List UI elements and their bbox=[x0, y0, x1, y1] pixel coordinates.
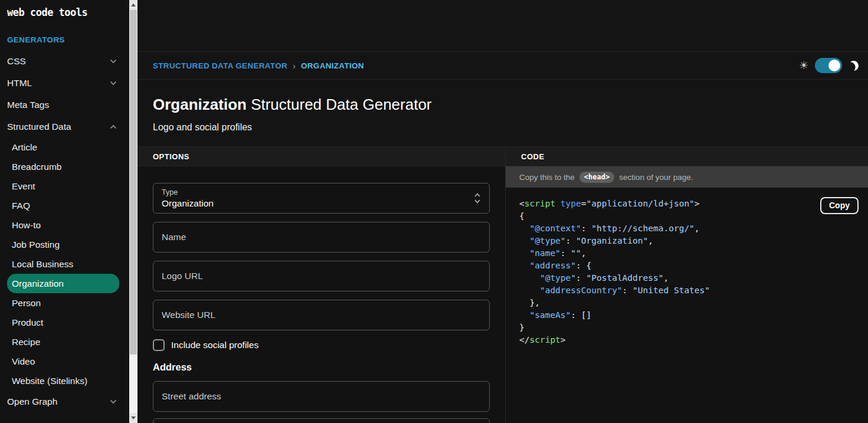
page-title-rest: Structured Data Generator bbox=[247, 96, 432, 113]
code-line: { bbox=[519, 210, 868, 222]
sidebar-item-label: Local Business bbox=[12, 259, 73, 270]
logo-url-field[interactable] bbox=[153, 261, 490, 291]
name-field[interactable] bbox=[153, 222, 490, 253]
chevron-down-icon bbox=[109, 398, 117, 406]
sidebar-item-event[interactable]: Event bbox=[0, 176, 129, 196]
sidebar-item-label: Meta Tags bbox=[7, 100, 49, 110]
sidebar-item-meta-tags[interactable]: Meta Tags bbox=[0, 94, 129, 116]
sidebar-nav: CSSHTMLMeta TagsStructured DataArticleBr… bbox=[0, 50, 129, 412]
theme-toggle-switch[interactable] bbox=[815, 58, 842, 73]
code-panel-header: CODE bbox=[506, 146, 868, 166]
copy-note-suffix: section of your page. bbox=[619, 173, 693, 182]
include-social-profiles-checkbox[interactable] bbox=[153, 339, 165, 351]
page-title-bold: Organization bbox=[153, 96, 247, 113]
copy-note-prefix: Copy this to the bbox=[519, 173, 575, 182]
app-logo[interactable]: web code tools bbox=[0, 0, 129, 18]
chevron-down-icon bbox=[109, 79, 117, 87]
sidebar-item-label: FAQ bbox=[12, 201, 30, 211]
sidebar-item-label: Website (Sitelinks) bbox=[12, 376, 87, 386]
sidebar-item-css[interactable]: CSS bbox=[0, 50, 129, 72]
sidebar-item-how-to[interactable]: How-to bbox=[0, 215, 129, 235]
page-title: Organization Structured Data Generator bbox=[153, 96, 868, 114]
website-url-field[interactable] bbox=[153, 300, 490, 330]
code-line: "addressCountry": "United States" bbox=[519, 284, 868, 297]
code-line: "@type": "Organization", bbox=[519, 235, 868, 247]
address-heading: Address bbox=[153, 362, 490, 373]
scrollbar-thumb[interactable] bbox=[130, 10, 137, 355]
breadcrumb-separator-icon: › bbox=[293, 61, 296, 71]
title-section: Organization Structured Data Generator L… bbox=[137, 80, 868, 146]
sidebar-item-website-sitelinks[interactable]: Website (Sitelinks) bbox=[0, 371, 129, 391]
options-panel-header: OPTIONS bbox=[137, 146, 505, 166]
sidebar-item-person[interactable]: Person bbox=[0, 293, 129, 313]
sidebar-item-label: CSS bbox=[7, 56, 26, 67]
sidebar-item-html[interactable]: HTML bbox=[0, 72, 129, 94]
sidebar-item-job-posting[interactable]: Job Posting bbox=[0, 235, 129, 254]
code-line: } bbox=[519, 322, 868, 334]
sidebar-item-local-business[interactable]: Local Business bbox=[0, 254, 129, 274]
sidebar-item-label: Organization bbox=[12, 278, 64, 289]
code-line: "sameAs": [] bbox=[519, 309, 868, 322]
sidebar-item-label: Video bbox=[12, 356, 35, 367]
code-line: "address": { bbox=[519, 260, 868, 272]
type-select-value: Organization bbox=[162, 198, 466, 209]
sidebar-item-label: Breadcrumb bbox=[12, 162, 61, 172]
copy-note: Copy this to the <head> section of your … bbox=[506, 166, 868, 188]
moon-icon bbox=[848, 60, 859, 71]
sidebar-item-label: Structured Data bbox=[7, 122, 71, 132]
sidebar-item-label: Event bbox=[12, 181, 35, 192]
select-updown-icon bbox=[473, 192, 482, 205]
breadcrumb-organization: ORGANIZATION bbox=[301, 61, 364, 70]
triangle-down-icon bbox=[131, 417, 136, 419]
sidebar-item-breadcrumb[interactable]: Breadcrumb bbox=[0, 157, 129, 176]
type-select-label: Type bbox=[162, 188, 466, 196]
code-block: <script type="application/ld+json">{ "@c… bbox=[506, 188, 868, 346]
next-address-field-partial[interactable] bbox=[153, 418, 490, 423]
code-body: Copy this to the <head> section of your … bbox=[506, 166, 868, 423]
main-content: STRUCTURED DATA GENERATOR › ORGANIZATION… bbox=[137, 0, 868, 423]
checkbox-label: Include social profiles bbox=[171, 340, 258, 350]
breadcrumb: STRUCTURED DATA GENERATOR › ORGANIZATION… bbox=[137, 51, 868, 80]
sidebar-section-generators: GENERATORS bbox=[0, 35, 129, 44]
sidebar-item-label: Person bbox=[12, 298, 41, 309]
sidebar-item-label: Job Posting bbox=[12, 240, 60, 250]
panels: OPTIONS Type Organization Include social… bbox=[137, 146, 868, 423]
breadcrumb-structured-data-generator[interactable]: STRUCTURED DATA GENERATOR bbox=[153, 61, 287, 70]
sidebar-item-article[interactable]: Article bbox=[0, 137, 129, 157]
app-window: web code tools GENERATORS CSSHTMLMeta Ta… bbox=[0, 0, 868, 423]
code-line: "name": "", bbox=[519, 247, 868, 260]
chevron-down-icon bbox=[109, 57, 117, 65]
sidebar-item-organization[interactable]: Organization bbox=[7, 274, 119, 293]
street-address-field[interactable] bbox=[153, 381, 490, 412]
type-select[interactable]: Type Organization bbox=[153, 183, 490, 214]
code-line: "@type": "PostalAddress", bbox=[519, 272, 868, 284]
head-tag-badge: <head> bbox=[579, 172, 614, 183]
sidebar-item-faq[interactable]: FAQ bbox=[0, 196, 129, 215]
code-panel: CODE Copy this to the <head> section of … bbox=[506, 146, 868, 423]
sidebar-item-label: Recipe bbox=[12, 337, 40, 347]
scrollbar-up-arrow[interactable] bbox=[129, 0, 137, 10]
code-line: </script> bbox=[519, 334, 868, 346]
sidebar-item-label: Article bbox=[12, 142, 37, 153]
sidebar-item-product[interactable]: Product bbox=[0, 313, 129, 332]
sidebar-item-structured-data[interactable]: Structured Data bbox=[0, 116, 129, 137]
sidebar-item-video[interactable]: Video bbox=[0, 352, 129, 371]
sun-icon: ☀ bbox=[799, 60, 808, 71]
triangle-up-icon bbox=[131, 4, 136, 6]
copy-button[interactable]: Copy bbox=[820, 197, 859, 214]
sidebar: web code tools GENERATORS CSSHTMLMeta Ta… bbox=[0, 0, 129, 423]
options-form: Type Organization Include social profile… bbox=[137, 166, 505, 423]
scrollbar-down-arrow[interactable] bbox=[129, 413, 137, 423]
sidebar-item-label: Open Graph bbox=[7, 396, 57, 407]
options-fields bbox=[153, 222, 490, 330]
code-line: "@context": "http://schema.org/", bbox=[519, 222, 868, 235]
social-profiles-row: Include social profiles bbox=[153, 339, 490, 351]
code-line: }, bbox=[519, 297, 868, 309]
theme-toggle-group: ☀ bbox=[799, 58, 859, 73]
code-line: <script type="application/ld+json"> bbox=[519, 198, 868, 210]
options-panel: OPTIONS Type Organization Include social… bbox=[137, 146, 506, 423]
sidebar-scrollbar[interactable] bbox=[129, 0, 137, 423]
sidebar-item-open-graph[interactable]: Open Graph bbox=[0, 391, 129, 412]
sidebar-item-recipe[interactable]: Recipe bbox=[0, 332, 129, 352]
sidebar-item-label: Product bbox=[12, 317, 43, 328]
